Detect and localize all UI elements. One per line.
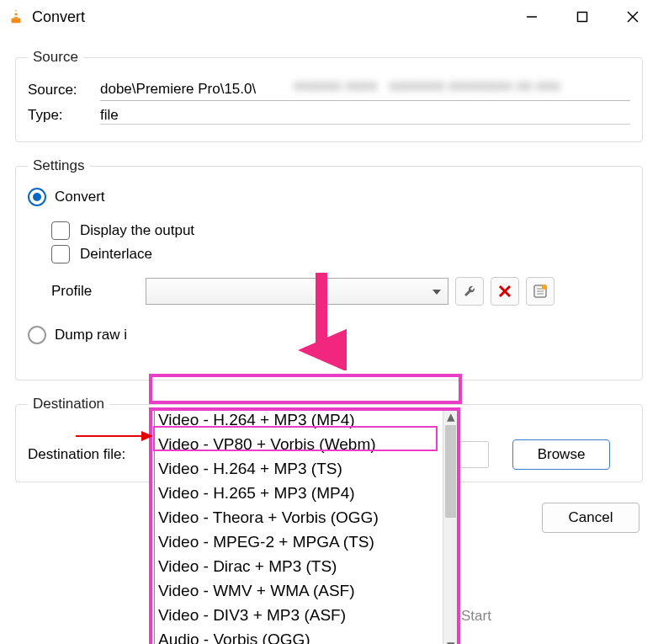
title-bar: Convert [0,0,658,34]
deinterlace-checkbox[interactable] [51,245,70,263]
window-title: Convert [32,8,85,26]
profile-option[interactable]: Video - VP80 + Vorbis (Webm) [158,433,439,457]
svg-rect-1 [14,12,19,13]
minimize-button[interactable] [507,0,557,34]
dump-raw-radio-row[interactable]: Dump raw i [28,326,630,344]
profile-option[interactable]: Video - H.264 + MP3 (MP4) [158,408,439,433]
scroll-up-icon[interactable]: ▴ [443,408,458,423]
deinterlace-label: Deinterlace [80,246,152,263]
type-label: Type: [28,107,100,124]
type-value: file [100,107,119,124]
dump-raw-label: Dump raw i [55,327,127,343]
source-group: Source Source: dobe\Premiere Pro\15.0\ x… [15,49,643,142]
destination-file-label: Destination file: [28,446,156,463]
deinterlace-row[interactable]: Deinterlace [51,245,630,263]
convert-label: Convert [55,189,105,205]
scrollbar-thumb[interactable] [445,425,456,518]
profile-option[interactable]: Video - Theora + Vorbis (OGG) [158,506,439,530]
profile-option[interactable]: Video - DIV3 + MP3 (ASF) [158,604,439,628]
profile-option[interactable]: Video - H.265 + MP3 (MP4) [158,482,439,506]
minimize-icon [526,11,538,23]
settings-legend: Settings [28,157,89,174]
profile-option[interactable]: Video - H.264 + MP3 (TS) [158,457,439,482]
new-profile-button[interactable] [526,277,555,306]
convert-radio-row[interactable]: Convert [28,188,630,206]
delete-profile-button[interactable] [491,277,519,306]
dump-raw-radio[interactable] [28,326,46,344]
profile-option[interactable]: Audio - Vorbis (OGG) [158,628,439,644]
settings-group: Settings Convert Display the output Dein… [15,157,643,381]
source-legend: Source [28,49,83,66]
edit-profile-button[interactable] [455,277,484,306]
display-output-label: Display the output [80,222,194,239]
svg-rect-2 [13,15,19,17]
close-button[interactable] [608,0,658,34]
svg-point-13 [542,285,547,290]
profile-dropdown-list[interactable]: Video - H.264 + MP3 (MP4) Video - VP80 +… [154,407,459,644]
maximize-button[interactable] [557,0,608,34]
profile-option[interactable]: Video - MPEG-2 + MPGA (TS) [158,530,439,555]
profile-option[interactable]: Video - Dirac + MP3 (TS) [158,555,439,579]
display-output-row[interactable]: Display the output [51,221,630,240]
destination-legend: Destination [28,396,109,412]
start-button-obscured: Start [461,608,491,625]
cancel-button[interactable]: Cancel [542,503,639,533]
dropdown-scrollbar[interactable]: ▴ ▾ [443,408,458,644]
x-icon [497,284,512,299]
profile-option[interactable]: Video - WMV + WMA (ASF) [158,579,439,604]
list-icon [533,284,548,299]
source-label: Source: [28,82,100,98]
display-output-checkbox[interactable] [51,221,70,240]
svg-rect-0 [12,19,21,24]
scroll-down-icon[interactable]: ▾ [443,637,458,644]
vlc-cone-icon [7,8,25,26]
browse-button[interactable]: Browse [512,439,610,470]
svg-rect-4 [578,13,587,22]
close-icon [626,10,639,24]
source-value: dobe\Premiere Pro\15.0\ xxxxxx xxxx xxxx… [100,79,630,101]
wrench-icon [462,284,477,299]
profile-combobox[interactable] [146,278,448,305]
maximize-icon [576,11,588,23]
convert-radio[interactable] [28,188,46,206]
profile-label: Profile [51,283,146,300]
